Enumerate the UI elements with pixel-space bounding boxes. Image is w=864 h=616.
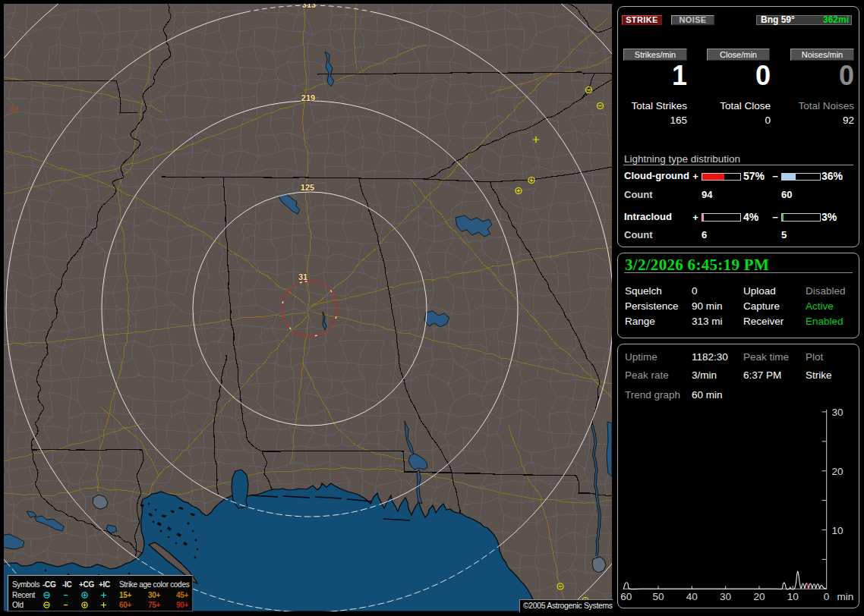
svg-text:30: 30 (832, 407, 844, 418)
strike-mode-button[interactable]: STRIKE (622, 15, 662, 25)
noises-per-min-button[interactable]: Noises/min (790, 49, 854, 61)
lightning-map[interactable]: 31321912531 (4, 4, 612, 611)
status-value-2: Enabled (806, 316, 844, 327)
total-strikes-value: 165 (618, 115, 687, 126)
svg-text:20: 20 (832, 466, 844, 477)
legend-age-15+: 15+ (119, 590, 131, 600)
cloud-ground-label: Cloud-ground (624, 170, 689, 181)
map-legend: Symbols -CG -IC +CG +IC Strike age color… (8, 575, 193, 611)
cg-pos-pct: 57% (743, 170, 765, 182)
distribution-title: Lightning type distribution (624, 153, 740, 165)
status-label-2: Upload (743, 285, 776, 297)
total-close-label: Total Close (702, 100, 771, 112)
legend-age-45+: 45+ (176, 590, 188, 600)
trend-graph: 1020306050403020100min (618, 344, 857, 606)
legend-symbol-ic+ (99, 600, 109, 610)
ring-label-219: 219 (301, 93, 315, 102)
svg-text:20: 20 (753, 591, 765, 602)
status-label-1: Squelch (625, 285, 662, 297)
svg-text:30: 30 (720, 591, 731, 602)
legend-symbol-cg- (42, 600, 52, 610)
close-per-min-value: 0 (702, 62, 771, 90)
legend-row-label: Recent (12, 590, 35, 600)
legend-ic-neg-label: -IC (62, 580, 71, 589)
cg-pos-bar (702, 173, 741, 181)
strike-statistics-panel: STRIKE NOISE Bng 59° 362mi Strikes/min C… (617, 6, 859, 247)
legend-cg-neg-label: -CG (43, 580, 55, 589)
legend-age-75+: 75+ (148, 600, 160, 610)
cg-plus-sign: + (691, 171, 700, 182)
bearing-value: 362mi (823, 16, 849, 24)
date-rule (624, 272, 853, 273)
status-value-2: Disabled (806, 285, 846, 297)
ic-pos-bar (702, 213, 741, 222)
cg-minus-sign: − (771, 171, 780, 182)
legend-ic-pos-label: +IC (99, 580, 110, 589)
bearing-label: Bng 59° (761, 16, 795, 24)
legend-symbol-cg+ (80, 590, 90, 600)
ic-pos-count: 6 (702, 229, 707, 240)
legend-age-60+: 60+ (119, 600, 131, 610)
cg-neg-pct: 36% (821, 170, 843, 182)
legend-symbol-ic- (61, 590, 71, 600)
ic-minus-sign: − (771, 212, 780, 223)
status-label-1: Persistence (625, 300, 679, 312)
copyright-notice: ©2005 Astrogenic Systems (519, 599, 613, 612)
status-value-1: 0 (692, 285, 698, 297)
status-value-2: Active (806, 300, 834, 312)
svg-text:10: 10 (787, 591, 799, 602)
legend-symbol-cg+ (80, 600, 90, 610)
ic-count-label: Count (624, 229, 653, 240)
ic-plus-sign: + (691, 212, 700, 223)
noises-per-min-value: 0 (785, 62, 854, 90)
status-label-1: Range (625, 316, 655, 327)
svg-text:40: 40 (686, 591, 698, 602)
legend-age-30+: 30+ (148, 590, 160, 600)
legend-cg-pos-label: +CG (79, 580, 94, 589)
svg-text:60: 60 (620, 591, 632, 602)
legend-symbol-ic+ (99, 590, 109, 600)
svg-text:min: min (837, 591, 854, 602)
strikes-per-min-value: 1 (618, 62, 687, 90)
application-window: 31321912531 Symbols -CG -IC +CG +IC Stri… (0, 0, 864, 616)
legend-row-recent: Recent15+30+45+ (8, 590, 192, 600)
legend-row-label: Old (12, 600, 24, 610)
ic-pos-pct: 4% (743, 211, 758, 223)
ring-label-31: 31 (298, 272, 307, 281)
svg-text:50: 50 (652, 591, 664, 602)
legend-symbol-cg- (42, 590, 52, 600)
status-value-1: 90 min (692, 300, 723, 312)
noise-mode-button[interactable]: NOISE (671, 15, 714, 25)
total-strikes-label: Total Strikes (618, 100, 687, 112)
legend-header: Symbols -CG -IC +CG +IC Strike age color… (8, 580, 192, 589)
ic-neg-bar (781, 213, 821, 222)
bearing-indicator: Bng 59° 362mi (756, 15, 852, 25)
total-close-value: 0 (702, 115, 771, 126)
cg-pos-count: 94 (702, 189, 712, 200)
total-noises-label: Total Noises (785, 100, 854, 112)
cg-neg-count: 60 (781, 189, 792, 200)
total-noises-value: 92 (785, 115, 854, 126)
cg-count-label: Count (624, 189, 653, 200)
status-value-1: 313 mi (692, 316, 723, 327)
status-label-2: Receiver (743, 316, 784, 327)
close-per-min-button[interactable]: Close/min (707, 49, 770, 61)
status-panel: 3/2/2026 6:45:19 PM Squelch0UploadDisabl… (617, 253, 859, 338)
svg-text:0: 0 (824, 591, 830, 602)
ring-label-125: 125 (301, 183, 314, 192)
intracloud-label: Intracloud (624, 211, 672, 222)
ring-label-313: 313 (302, 4, 316, 9)
svg-text:10: 10 (832, 525, 844, 536)
legend-age-90+: 90+ (176, 600, 188, 610)
legend-symbol-ic- (61, 600, 71, 610)
ic-neg-count: 5 (781, 229, 787, 240)
status-label-2: Capture (743, 300, 780, 312)
strikes-per-min-button[interactable]: Strikes/min (623, 49, 687, 61)
cg-neg-bar (781, 173, 821, 181)
legend-age-label: Strike age color codes (119, 580, 189, 589)
distribution-rule (623, 165, 853, 165)
trend-panel: Uptime1182:30Peak timePlotPeak rate3/min… (617, 344, 859, 608)
legend-symbols-label: Symbols (12, 580, 39, 589)
legend-row-old: Old60+75+90+ (8, 600, 192, 610)
ic-neg-pct: 3% (821, 211, 837, 223)
